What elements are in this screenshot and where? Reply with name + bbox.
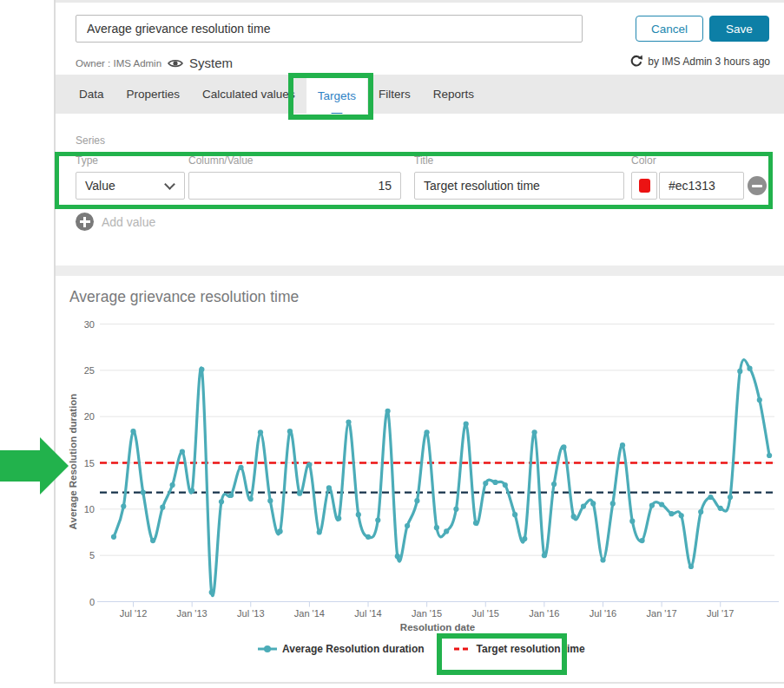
- type-field-label: Type: [76, 154, 98, 167]
- series-panel: Series Type Column/Value Title Color Val…: [56, 114, 784, 265]
- svg-text:5: 5: [89, 550, 95, 560]
- svg-text:Jan '16: Jan '16: [529, 608, 559, 619]
- color-field-label: Color: [631, 154, 656, 167]
- column-value-input[interactable]: [188, 172, 401, 200]
- color-swatch-button[interactable]: [631, 172, 657, 200]
- color-hex-input[interactable]: [659, 172, 744, 200]
- last-modified-label: by IMS Admin 3 hours ago: [648, 56, 770, 68]
- teal-line-marker-icon: [258, 645, 277, 653]
- tab-bar: Data Properties Calculated values Target…: [56, 75, 784, 114]
- annotation-arrow-target-line: [0, 450, 40, 482]
- visibility-eye-icon[interactable]: [168, 58, 183, 69]
- legend-item-average-resolution[interactable]: Average Resolution duration: [258, 643, 425, 655]
- modified-row: by IMS Admin 3 hours ago: [629, 55, 770, 68]
- save-button[interactable]: Save: [709, 16, 769, 42]
- tab-data[interactable]: Data: [68, 75, 115, 114]
- svg-text:Jan '15: Jan '15: [412, 608, 442, 619]
- header-panel: Cancel Save Owner : IMS Admin System by …: [56, 0, 784, 77]
- svg-text:Jan '17: Jan '17: [647, 608, 677, 619]
- refresh-icon[interactable]: [629, 55, 642, 68]
- color-swatch: [639, 179, 650, 193]
- svg-text:30: 30: [84, 319, 95, 330]
- svg-text:10: 10: [84, 504, 95, 514]
- y-axis-title: Average Resolution duration: [68, 331, 78, 592]
- chart-title-input[interactable]: [76, 15, 583, 43]
- series-section-label: Series: [76, 134, 105, 147]
- chevron-down-icon: [164, 179, 175, 190]
- panel-gap: [56, 265, 784, 276]
- x-axis-title: Resolution date: [264, 622, 611, 632]
- svg-text:Jul '13: Jul '13: [237, 608, 264, 619]
- legend-item-target[interactable]: Target resolution time: [454, 643, 585, 655]
- plus-icon: [76, 213, 94, 231]
- svg-text:Jul '17: Jul '17: [707, 608, 734, 619]
- svg-text:Jul '16: Jul '16: [590, 608, 616, 619]
- svg-text:0: 0: [89, 597, 95, 607]
- add-value-button[interactable]: Add value: [76, 213, 155, 231]
- series-title-input[interactable]: [414, 172, 624, 200]
- svg-text:Jul '14: Jul '14: [354, 608, 381, 619]
- title-field-label: Title: [414, 154, 433, 167]
- tab-targets-label: Targets: [318, 89, 356, 102]
- svg-text:20: 20: [84, 411, 95, 422]
- owner-label: Owner : IMS Admin: [76, 58, 161, 69]
- line-chart: 051015202530Jul '12Jan '13Jul '13Jan '14…: [56, 276, 784, 682]
- chart-panel: Average grievance resolution time 051015…: [56, 276, 784, 684]
- tab-targets[interactable]: Targets: [306, 75, 367, 114]
- owner-row: Owner : IMS Admin System: [76, 56, 233, 70]
- svg-text:Jan '13: Jan '13: [177, 608, 208, 619]
- column-value-field-label: Column/Value: [188, 154, 253, 167]
- tab-reports[interactable]: Reports: [422, 75, 485, 114]
- add-value-label: Add value: [102, 215, 155, 229]
- svg-text:Jul '12: Jul '12: [120, 608, 147, 619]
- svg-text:25: 25: [84, 365, 95, 376]
- visibility-label: System: [189, 56, 233, 70]
- tab-filters[interactable]: Filters: [367, 75, 422, 114]
- legend-label-average: Average Resolution duration: [282, 643, 425, 655]
- tab-properties[interactable]: Properties: [115, 75, 192, 114]
- red-dashed-marker-icon: [454, 645, 471, 653]
- cancel-button[interactable]: Cancel: [636, 16, 703, 42]
- type-select[interactable]: Value: [76, 172, 185, 200]
- svg-text:15: 15: [84, 458, 95, 468]
- svg-text:Jan '14: Jan '14: [294, 608, 325, 619]
- type-select-value: Value: [85, 179, 115, 193]
- legend-label-target: Target resolution time: [477, 643, 585, 655]
- remove-series-button[interactable]: [748, 176, 767, 195]
- chart-legend: Average Resolution duration Target resol…: [258, 643, 585, 655]
- svg-text:Jul '15: Jul '15: [472, 608, 499, 619]
- tab-calculated-values[interactable]: Calculated values: [191, 75, 306, 114]
